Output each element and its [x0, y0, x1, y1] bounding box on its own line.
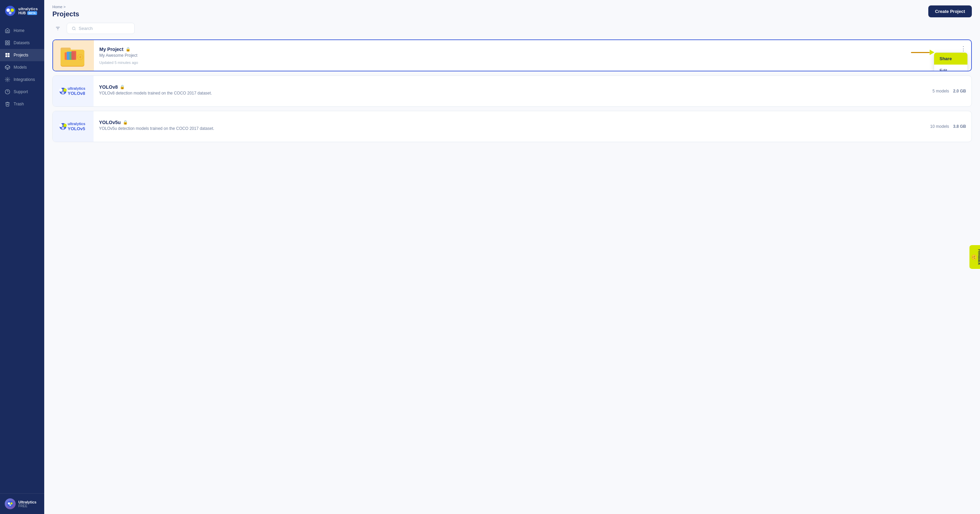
project-desc-my-project: My Awesome Project: [99, 53, 929, 58]
arrow-line: [911, 52, 930, 53]
svg-point-20: [72, 27, 75, 30]
user-plan: FREE: [18, 504, 37, 508]
sidebar-item-home[interactable]: Home: [0, 24, 44, 37]
svg-text:ultralytics: ultralytics: [68, 86, 85, 90]
svg-point-10: [7, 79, 8, 80]
folder-illustration: [60, 43, 87, 67]
dropdown-edit[interactable]: Edit: [934, 65, 967, 71]
svg-text:YOLOv5: YOLOv5: [68, 126, 85, 131]
project-thumbnail-yolov8: ultralytics YOLOv8: [53, 76, 94, 106]
support-icon: [5, 89, 10, 95]
project-models-yolov5u: 10 models: [930, 124, 949, 129]
svg-rect-7: [8, 43, 10, 45]
project-dropdown-menu: Share Edit Delete: [934, 52, 968, 71]
trash-icon: [5, 101, 10, 107]
project-name-yolov5u: YOLOv5u: [99, 120, 121, 125]
sidebar-item-datasets[interactable]: Datasets: [0, 37, 44, 49]
sidebar-item-projects[interactable]: Projects: [0, 49, 44, 61]
project-name-my-project: My Project: [99, 47, 124, 52]
lock-icon-yolov8: 🔒: [120, 85, 125, 89]
svg-point-40: [62, 127, 64, 130]
sidebar-item-home-label: Home: [14, 28, 24, 33]
project-card-yolov5u[interactable]: ultralytics YOLOv5 YOLOv5u 🔒 YOLOv5u det…: [52, 111, 972, 142]
sidebar-item-projects-label: Projects: [14, 53, 28, 57]
projects-icon: [5, 52, 10, 58]
project-meta-yolov8: 5 models 2.0 GB: [932, 89, 972, 94]
integrations-icon: [5, 77, 10, 82]
yolov8-logo-svg: ultralytics YOLOv8: [56, 82, 90, 100]
dropdown-share[interactable]: Share: [934, 53, 967, 65]
svg-rect-28: [72, 51, 76, 60]
create-project-button[interactable]: Create Project: [928, 5, 972, 17]
project-desc-yolov5u: YOLOv5u detection models trained on the …: [99, 126, 925, 131]
user-name: Ultralytics: [18, 500, 37, 504]
search-icon: [72, 26, 76, 31]
svg-rect-6: [5, 43, 7, 45]
sidebar-item-models[interactable]: Models: [0, 61, 44, 73]
svg-point-2: [11, 8, 14, 12]
logo-hub: HUB: [18, 11, 26, 15]
logo: ultralytics HUB BETA: [0, 0, 44, 23]
project-name-yolov8: YOLOv8: [99, 84, 118, 90]
svg-point-1: [6, 8, 10, 12]
svg-point-38: [59, 124, 63, 127]
filter-icon: [55, 26, 60, 31]
sidebar-item-support-label: Support: [14, 89, 28, 94]
sidebar-item-integrations-label: Integrations: [14, 77, 35, 82]
page-title: Projects: [52, 10, 79, 18]
models-icon: [5, 65, 10, 70]
datasets-icon: [5, 40, 10, 46]
project-thumbnail-my-project: [53, 40, 94, 71]
svg-point-16: [10, 504, 11, 506]
arrow-head: [930, 50, 934, 55]
avatar: [5, 498, 16, 509]
lock-icon-yolov5u: 🔒: [123, 120, 128, 125]
home-icon: [5, 28, 10, 33]
logo-text: ultralytics: [18, 7, 38, 11]
svg-text:ultralytics: ultralytics: [68, 122, 85, 126]
feedback-tab[interactable]: Feedback 🙂: [969, 245, 980, 269]
svg-line-21: [75, 29, 75, 30]
svg-point-34: [62, 92, 64, 94]
search-input[interactable]: [79, 26, 130, 31]
sidebar-bottom: Ultralytics FREE: [0, 493, 44, 514]
breadcrumb-home[interactable]: Home: [52, 5, 62, 9]
svg-rect-5: [8, 41, 10, 43]
sidebar-item-datasets-label: Datasets: [14, 40, 30, 45]
project-info-my-project: My Project 🔒 My Awesome Project Updated …: [94, 42, 935, 69]
top-bar: Home > Projects Create Project: [44, 0, 980, 23]
project-card-my-project[interactable]: My Project 🔒 My Awesome Project Updated …: [52, 40, 972, 71]
project-size-yolov5u: 3.8 GB: [953, 124, 966, 129]
share-arrow-container: [911, 50, 934, 55]
sidebar-item-trash[interactable]: Trash: [0, 98, 44, 110]
project-card-yolov8[interactable]: ultralytics YOLOv8 YOLOv8 🔒 YOLOv8 detec…: [52, 76, 972, 107]
svg-point-15: [11, 503, 13, 504]
toolbar: [52, 23, 972, 34]
logo-beta: BETA: [27, 11, 37, 15]
yolov5u-logo-svg: ultralytics YOLOv5: [56, 118, 90, 135]
svg-point-3: [9, 11, 11, 14]
user-info[interactable]: Ultralytics FREE: [5, 498, 40, 509]
lock-icon-my-project: 🔒: [126, 47, 130, 52]
breadcrumb: Home >: [52, 5, 79, 9]
sidebar-item-integrations[interactable]: Integrations: [0, 73, 44, 86]
svg-rect-4: [5, 41, 7, 43]
sidebar-item-models-label: Models: [14, 65, 27, 70]
project-info-yolov8: YOLOv8 🔒 YOLOv8 detection models trained…: [94, 79, 932, 103]
avatar-icon: [7, 500, 14, 507]
feedback-icon: 🙂: [971, 254, 977, 260]
projects-area: My Project 🔒 My Awesome Project Updated …: [44, 23, 980, 514]
sidebar-nav: Home Datasets Projects Models: [0, 23, 44, 493]
sidebar-item-support[interactable]: Support: [0, 86, 44, 98]
project-size-yolov8: 2.0 GB: [953, 89, 966, 94]
project-info-yolov5u: YOLOv5u 🔒 YOLOv5u detection models train…: [94, 115, 930, 138]
main-content: Home > Projects Create Project: [44, 0, 980, 514]
svg-point-14: [8, 503, 10, 504]
project-thumbnail-yolov5u: ultralytics YOLOv5: [53, 111, 94, 142]
project-meta-yolov5u: 10 models 3.8 GB: [930, 124, 972, 129]
svg-point-32: [59, 88, 63, 92]
project-desc-yolov8: YOLOv8 detection models trained on the C…: [99, 91, 927, 95]
filter-button[interactable]: [52, 24, 63, 33]
svg-point-33: [63, 88, 67, 92]
project-updated-my-project: Updated 5 minutes ago: [99, 60, 929, 65]
